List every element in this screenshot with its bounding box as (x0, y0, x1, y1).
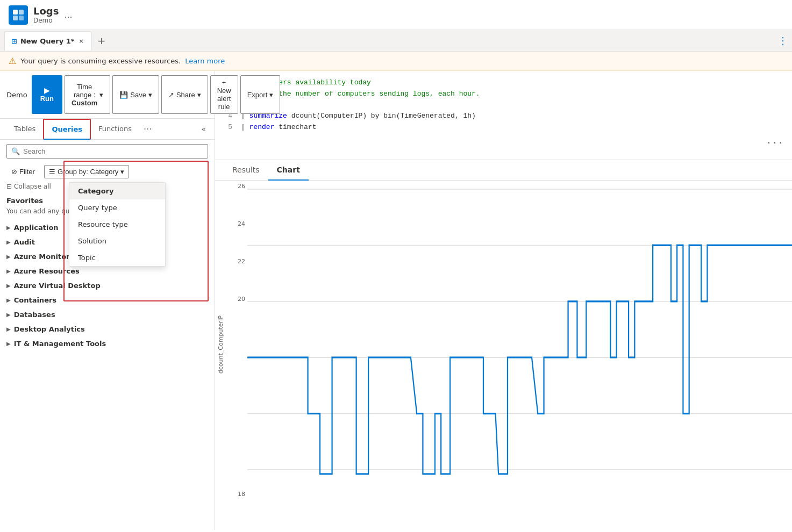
chevron-right-icon: ▶ (6, 341, 11, 347)
learn-more-link[interactable]: Learn more (185, 57, 225, 65)
chart-inner: dcount_ComputerIP 26 24 22 20 1 (215, 181, 792, 530)
app-subtitle: Demo (33, 17, 59, 24)
sidebar-tab-functions[interactable]: Functions (91, 119, 139, 139)
tab-bar: ⊞ New Query 1* × + ⋮ (0, 30, 792, 52)
query-tab[interactable]: ⊞ New Query 1* × (4, 31, 92, 51)
time-range-button[interactable]: Time range : Custom ▾ (65, 75, 110, 114)
app-logo (9, 5, 28, 25)
chevron-right-icon: ▶ (6, 225, 11, 231)
new-alert-button[interactable]: + New alert rule (210, 75, 238, 114)
sidebar-tabs-more[interactable]: ··· (141, 120, 154, 139)
dropdown-item-topic[interactable]: Topic (69, 249, 165, 266)
collapse-icon: ⊟ (6, 183, 12, 190)
search-icon: 🔍 (11, 147, 20, 155)
section-desktop-analytics[interactable]: ▶ Desktop Analytics (0, 322, 215, 336)
sidebar-toolbar: Demo ▶ Run Time range : Custom ▾ 💾 Save … (0, 71, 215, 119)
filter-button[interactable]: ⊘ Filter (6, 165, 40, 178)
chevron-right-icon: ▶ (6, 312, 11, 318)
time-range-text: Time range : Custom (72, 83, 97, 107)
collapse-label: Collapse all (14, 183, 51, 190)
svg-rect-3 (19, 16, 24, 20)
chart-svg: 26 24 22 20 18 (247, 181, 792, 508)
code-line-1: 1 // Computers availability today (224, 77, 783, 89)
tab-icon: ⊞ (11, 37, 17, 45)
save-button[interactable]: 💾 Save ▾ (112, 75, 159, 114)
chevron-down-icon: ▾ (99, 91, 103, 99)
y-tick-24: 24 (215, 220, 245, 227)
results-tab-chart[interactable]: Chart (268, 160, 309, 181)
results-tab-results[interactable]: Results (224, 160, 268, 181)
filter-group-row: ⊘ Filter ☰ Group by: Category ▾ Category… (0, 163, 215, 181)
section-containers[interactable]: ▶ Containers (0, 293, 215, 307)
filter-icon: ⊘ (11, 168, 17, 176)
chevron-right-icon: ▶ (6, 254, 11, 260)
y-axis-label: dcount_ComputerIP (217, 181, 224, 508)
chevron-right-icon: ▶ (6, 268, 11, 274)
tab-settings-button[interactable]: ⋮ (778, 35, 788, 46)
right-panel: 1 // Computers availability today 2 // C… (215, 71, 792, 530)
editor-more-options[interactable]: ··· (224, 133, 783, 153)
run-button[interactable]: ▶ Run (32, 75, 62, 114)
section-it-management[interactable]: ▶ IT & Management Tools (0, 336, 215, 351)
y-tick-26: 26 (215, 183, 245, 190)
group-by-label: Group by: Category (58, 168, 118, 176)
share-icon: ↗ (168, 91, 174, 99)
tab-label: New Query 1* (20, 37, 75, 45)
chart-area: dcount_ComputerIP 26 24 22 20 1 (215, 181, 792, 530)
code-line-5: 5 | render timechart (224, 122, 783, 133)
filter-label: Filter (19, 168, 35, 176)
group-icon: ☰ (49, 168, 55, 176)
top-bar: Logs Demo ... (0, 0, 792, 30)
y-tick-18: 18 (215, 491, 245, 498)
app-menu-button[interactable]: ... (64, 10, 72, 20)
chevron-right-icon: ▶ (6, 297, 11, 303)
section-azure-virtual-desktop[interactable]: ▶ Azure Virtual Desktop (0, 278, 215, 293)
group-by-chevron-icon: ▾ (120, 168, 124, 176)
y-tick-22: 22 (215, 258, 245, 265)
main-layout: Demo ▶ Run Time range : Custom ▾ 💾 Save … (0, 71, 792, 530)
results-tabs: Results Chart (215, 160, 792, 181)
chevron-right-icon: ▶ (6, 283, 11, 289)
svg-rect-0 (13, 10, 18, 15)
sidebar-tab-tables[interactable]: Tables (6, 119, 43, 139)
tab-close-button[interactable]: × (78, 37, 85, 46)
save-chevron-icon: ▾ (148, 91, 152, 99)
share-chevron-icon: ▾ (197, 91, 201, 99)
code-editor[interactable]: 1 // Computers availability today 2 // C… (215, 71, 792, 160)
sidebar-tab-queries[interactable]: Queries (43, 119, 91, 140)
chevron-right-icon: ▶ (6, 326, 11, 332)
dropdown-item-query-type[interactable]: Query type (69, 199, 165, 216)
sidebar-collapse-button[interactable]: « (199, 120, 208, 138)
save-icon: 💾 (119, 91, 128, 99)
warning-icon: ⚠ (9, 56, 16, 66)
group-by-button[interactable]: ☰ Group by: Category ▾ (44, 165, 129, 178)
export-chevron-icon: ▾ (269, 91, 273, 99)
share-button[interactable]: ↗ Share ▾ (161, 75, 208, 114)
app-title: Logs (33, 5, 59, 17)
group-by-dropdown: Category Query type Resource type Soluti… (69, 182, 166, 267)
scope-label: Demo (6, 91, 27, 99)
add-tab-button[interactable]: + (94, 33, 109, 48)
code-line-4: 4 | summarize dcount(ComputerIP) by bin(… (224, 111, 783, 122)
svg-rect-2 (13, 16, 18, 20)
y-tick-20: 20 (215, 296, 245, 303)
sidebar-tabs: Tables Queries Functions ··· « (0, 119, 215, 140)
warning-message: Your query is consuming excessive resour… (20, 57, 181, 65)
search-input[interactable] (23, 147, 203, 155)
warning-bar: ⚠ Your query is consuming excessive reso… (0, 52, 792, 71)
svg-rect-1 (19, 10, 24, 15)
export-button[interactable]: Export ▾ (240, 75, 281, 114)
dropdown-item-solution[interactable]: Solution (69, 233, 165, 249)
toolbar-actions: ▶ Run Time range : Custom ▾ 💾 Save ▾ ↗ S… (32, 75, 281, 114)
dropdown-item-category[interactable]: Category (69, 183, 165, 199)
sidebar: Demo ▶ Run Time range : Custom ▾ 💾 Save … (0, 71, 215, 530)
code-line-2: 2 // Chart the number of computers sendi… (224, 89, 783, 100)
dropdown-item-resource-type[interactable]: Resource type (69, 216, 165, 233)
code-line-3: 3 Heartbeat (224, 100, 783, 111)
search-bar[interactable]: 🔍 (6, 144, 208, 159)
section-databases[interactable]: ▶ Databases (0, 307, 215, 322)
chevron-right-icon: ▶ (6, 239, 11, 245)
